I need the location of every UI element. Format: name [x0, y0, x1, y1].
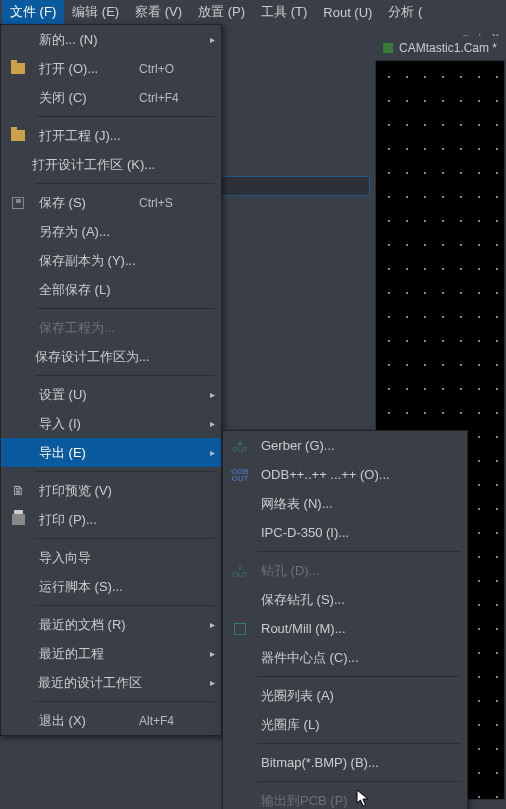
- export-gerber-label: Gerber (G)...: [257, 438, 467, 453]
- menu-edit[interactable]: 编辑 (E): [64, 0, 127, 24]
- menu-separator: [35, 308, 215, 309]
- file-save-label: 保存 (S): [35, 194, 139, 212]
- submenu-arrow-icon: ▸: [203, 648, 221, 659]
- submenu-arrow-icon: ▸: [203, 34, 221, 45]
- export-gerber[interactable]: ▲OUTGerber (G)...: [223, 431, 467, 460]
- export-rout-mill[interactable]: Rout/Mill (M)...: [223, 614, 467, 643]
- file-save-as[interactable]: 另存为 (A)...: [1, 217, 221, 246]
- file-export[interactable]: 导出 (E)▸: [1, 438, 221, 467]
- file-open-project[interactable]: 打开工程 (J)...: [1, 121, 221, 150]
- menubar: 文件 (F) 编辑 (E) 察看 (V) 放置 (P) 工具 (T) Rout …: [0, 0, 506, 24]
- file-setup-label: 设置 (U): [35, 386, 139, 404]
- file-open-workspace[interactable]: 打开设计工作区 (K)...: [1, 150, 221, 179]
- file-save-all[interactable]: 全部保存 (L): [1, 275, 221, 304]
- file-recent-projects[interactable]: 最近的工程▸: [1, 639, 221, 668]
- menu-view[interactable]: 察看 (V): [127, 0, 190, 24]
- file-exit-label: 退出 (X): [35, 712, 139, 730]
- panel-field[interactable]: [220, 176, 370, 196]
- export-ipc[interactable]: IPC-D-350 (I)...: [223, 518, 467, 547]
- file-save-copy-label: 保存副本为 (Y)...: [35, 252, 139, 270]
- export-odb[interactable]: ODBOUTODB++..++ ...++ (O)...: [223, 460, 467, 489]
- submenu-arrow-icon: ▸: [203, 389, 221, 400]
- odb-icon: ODBOUT: [231, 468, 249, 482]
- export-centroid[interactable]: 器件中心点 (C)...: [223, 643, 467, 672]
- export-aperture-lib-label: 光圈库 (L): [257, 716, 467, 734]
- export-ipc-label: IPC-D-350 (I)...: [257, 525, 467, 540]
- submenu-arrow-icon: ▸: [203, 447, 221, 458]
- file-print-preview[interactable]: 🗎打印预览 (V): [1, 476, 221, 505]
- export-submenu: ▲OUTGerber (G)... ODBOUTODB++..++ ...++ …: [222, 430, 468, 809]
- export-pcb: 输出到PCB (P): [223, 786, 467, 809]
- export-drill-label: 钻孔 (D)...: [257, 562, 467, 580]
- menu-analyze[interactable]: 分析 (: [380, 0, 430, 24]
- file-save-project-label: 保存工程为...: [35, 319, 139, 337]
- file-close-accel: Ctrl+F4: [139, 91, 203, 105]
- export-aperture-lib[interactable]: 光圈库 (L): [223, 710, 467, 739]
- file-recent-docs-label: 最近的文档 (R): [35, 616, 139, 634]
- folder-icon: [11, 130, 25, 141]
- file-save-workspace[interactable]: 保存设计工作区为...: [1, 342, 221, 371]
- file-import-label: 导入 (I): [35, 415, 139, 433]
- submenu-arrow-icon: ▸: [204, 677, 221, 688]
- export-aperture-list[interactable]: 光圈列表 (A): [223, 681, 467, 710]
- submenu-arrow-icon: ▸: [203, 619, 221, 630]
- export-bitmap-label: Bitmap(*.BMP) (B)...: [257, 755, 467, 770]
- file-print[interactable]: 打印 (P)...: [1, 505, 221, 534]
- gerber-icon: ▲OUT: [233, 439, 248, 453]
- folder-icon: [11, 63, 25, 74]
- file-run-script[interactable]: 运行脚本 (S)...: [1, 572, 221, 601]
- file-recent-workspaces-label: 最近的设计工作区: [34, 674, 142, 692]
- file-recent-docs[interactable]: 最近的文档 (R)▸: [1, 610, 221, 639]
- menu-separator: [35, 701, 215, 702]
- menu-separator: [257, 743, 461, 744]
- file-save-accel: Ctrl+S: [139, 196, 203, 210]
- menu-separator: [35, 538, 215, 539]
- print-icon: [12, 514, 25, 525]
- file-save-as-label: 另存为 (A)...: [35, 223, 139, 241]
- file-save-project: 保存工程为...: [1, 313, 221, 342]
- file-import-wizard[interactable]: 导入向导: [1, 543, 221, 572]
- file-new[interactable]: 新的... (N)▸: [1, 25, 221, 54]
- file-open-label: 打开 (O)...: [35, 60, 139, 78]
- menu-place[interactable]: 放置 (P): [190, 0, 253, 24]
- file-new-label: 新的... (N): [35, 31, 139, 49]
- menu-separator: [35, 375, 215, 376]
- file-import[interactable]: 导入 (I)▸: [1, 409, 221, 438]
- export-drill: xOUT钻孔 (D)...: [223, 556, 467, 585]
- file-setup[interactable]: 设置 (U)▸: [1, 380, 221, 409]
- file-close-label: 关闭 (C): [35, 89, 139, 107]
- export-pcb-label: 输出到PCB (P): [257, 792, 467, 810]
- file-import-wizard-label: 导入向导: [35, 549, 139, 567]
- file-recent-workspaces[interactable]: 最近的设计工作区▸: [1, 668, 221, 697]
- export-bitmap[interactable]: Bitmap(*.BMP) (B)...: [223, 748, 467, 777]
- file-print-label: 打印 (P)...: [35, 511, 139, 529]
- export-aperture-list-label: 光圈列表 (A): [257, 687, 467, 705]
- file-exit-accel: Alt+F4: [139, 714, 203, 728]
- file-close[interactable]: 关闭 (C)Ctrl+F4: [1, 83, 221, 112]
- file-save-copy[interactable]: 保存副本为 (Y)...: [1, 246, 221, 275]
- document-tab-label: CAMtastic1.Cam *: [399, 41, 497, 55]
- file-menu: 新的... (N)▸ 打开 (O)...Ctrl+O 关闭 (C)Ctrl+F4…: [0, 24, 222, 736]
- export-odb-label: ODB++..++ ...++ (O)...: [257, 467, 467, 482]
- menu-tools[interactable]: 工具 (T): [253, 0, 315, 24]
- file-open-accel: Ctrl+O: [139, 62, 203, 76]
- export-centroid-label: 器件中心点 (C)...: [257, 649, 467, 667]
- document-tab[interactable]: CAMtastic1.Cam *: [375, 36, 505, 60]
- export-netlist-label: 网络表 (N)...: [257, 495, 467, 513]
- save-icon: [12, 197, 24, 209]
- menu-rout[interactable]: Rout (U): [315, 2, 380, 23]
- export-netlist[interactable]: 网络表 (N)...: [223, 489, 467, 518]
- cam-file-icon: [383, 43, 393, 53]
- export-save-drill[interactable]: 保存钻孔 (S)...: [223, 585, 467, 614]
- file-save[interactable]: 保存 (S)Ctrl+S: [1, 188, 221, 217]
- export-save-drill-label: 保存钻孔 (S)...: [257, 591, 467, 609]
- submenu-arrow-icon: ▸: [203, 418, 221, 429]
- file-open[interactable]: 打开 (O)...Ctrl+O: [1, 54, 221, 83]
- menu-file[interactable]: 文件 (F): [2, 0, 64, 24]
- menu-separator: [257, 781, 461, 782]
- file-exit[interactable]: 退出 (X)Alt+F4: [1, 706, 221, 735]
- print-preview-icon: 🗎: [1, 483, 35, 498]
- menu-separator: [257, 676, 461, 677]
- file-print-preview-label: 打印预览 (V): [35, 482, 139, 500]
- menu-separator: [35, 471, 215, 472]
